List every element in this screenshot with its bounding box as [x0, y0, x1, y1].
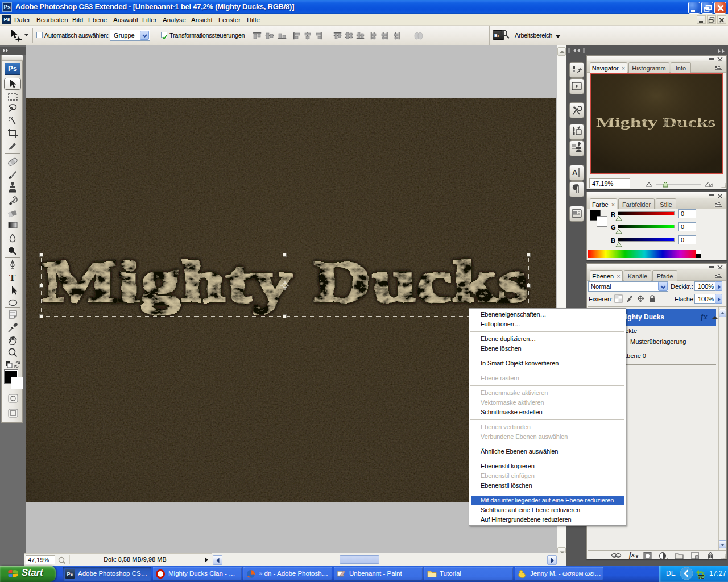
svg-text:N/A: N/A — [698, 576, 704, 579]
svg-text:A: A — [572, 168, 578, 177]
svg-text:Mighty Ducks: Mighty Ducks — [596, 115, 715, 130]
